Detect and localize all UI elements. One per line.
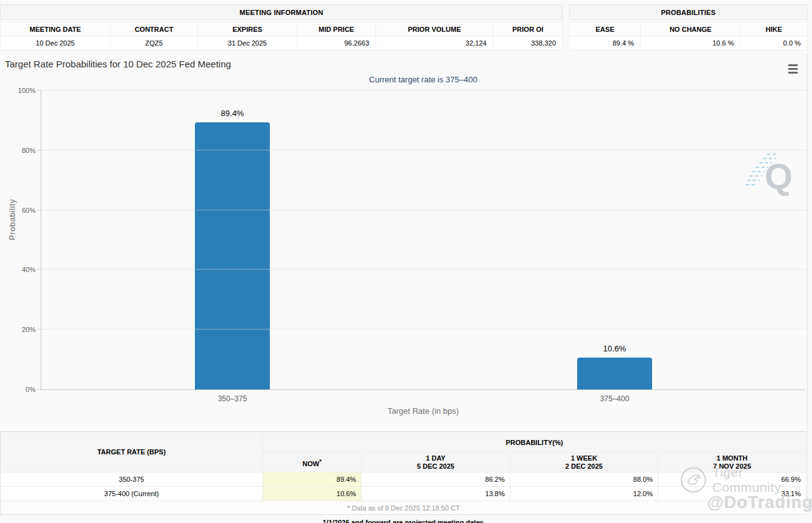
bar-rect-350-375[interactable] (195, 122, 270, 389)
chart-subtitle: Current target rate is 375–400 (41, 75, 806, 84)
gridline-100% (41, 90, 806, 90)
projected-meeting-dates-note: 1/1/2026 and forward are projected meeti… (0, 515, 806, 523)
y-tick-label: 0% (26, 386, 36, 393)
y-tickmark (37, 210, 41, 210)
summary-tables-row: MEETING INFORMATION MEETING DATE CONTRAC… (0, 0, 812, 51)
chart-title: Target Rate Probabilities for 10 Dec 202… (5, 59, 231, 69)
gridline-60% (41, 210, 806, 210)
day-375-400: 13.8% (362, 487, 510, 501)
y-tickmark (37, 329, 41, 330)
col-now: NOW* (263, 453, 362, 472)
week-350-375: 88.0% (510, 472, 658, 487)
x-tick-label: 375–400 (577, 394, 652, 403)
y-tickmark (37, 389, 41, 389)
col-1-day: 1 DAY 5 DEC 2025 (362, 453, 510, 472)
meeting-information-header-row: MEETING DATE CONTRACT EXPIRES MID PRICE … (0, 22, 563, 36)
y-tick-label: 60% (22, 207, 36, 214)
col-contract: CONTRACT (111, 22, 198, 36)
day-350-375: 86.2% (362, 472, 510, 487)
bar-rect-375-400[interactable] (577, 358, 652, 389)
probability-group-header: PROBABILITY(%) (263, 432, 806, 453)
col-1-month: 1 MONTH 7 NOV 2025 (658, 453, 806, 472)
right-edge-divider (807, 53, 808, 512)
ease-value: 89.4 % (569, 36, 641, 50)
y-tick-label: 80% (22, 147, 36, 154)
col-meeting-date: MEETING DATE (0, 22, 111, 36)
now-label: NOW (302, 459, 319, 467)
y-tick-label: 100% (18, 87, 36, 94)
y-axis-title: Probability (7, 199, 17, 240)
gridline-80% (41, 150, 806, 150)
col-no-change: NO CHANGE (641, 22, 741, 36)
meeting-date-value: 10 Dec 2025 (0, 36, 111, 50)
target-rate-bps-header: TARGET RATE (BPS) (1, 432, 263, 472)
prior-volume-value: 32,124 (376, 36, 493, 50)
meeting-information-title: MEETING INFORMATION (0, 4, 563, 20)
x-axis-title: Target Rate (in bps) (41, 406, 806, 416)
meeting-information-table: MEETING INFORMATION MEETING DATE CONTRAC… (0, 4, 563, 51)
probabilities-value-row: 89.4 % 10.6 % 0.0 % (569, 36, 808, 51)
no-change-value: 10.6 % (641, 36, 741, 50)
week-375-400: 12.0% (510, 487, 658, 501)
bar-350-375[interactable]: 89.4% 350–375 (195, 90, 270, 389)
now-350-375: 89.4% (263, 472, 362, 487)
y-tick-label: 20% (22, 326, 36, 333)
rate-350-375: 350-375 (1, 472, 263, 487)
probabilities-header-row: EASE NO CHANGE HIKE (569, 22, 808, 36)
col-prior-oi: PRIOR OI (493, 22, 563, 36)
meeting-information-value-row: 10 Dec 2025 ZQZ5 31 Dec 2025 96.2663 32,… (0, 36, 563, 51)
col-1-week: 1 WEEK 2 DEC 2025 (510, 453, 658, 472)
y-tickmark (37, 269, 41, 270)
target-rate-chart: Target Rate Probabilities for 10 Dec 202… (0, 56, 812, 431)
month-350-375: 66.9% (658, 472, 806, 487)
bar-value-label: 10.6% (577, 344, 652, 353)
bar-375-400[interactable]: 10.6% 375–400 (577, 90, 652, 389)
prior-oi-value: 338,320 (493, 36, 563, 50)
col-hike: HIKE (741, 22, 808, 36)
contract-value: ZQZ5 (111, 36, 198, 50)
rate-375-400-current: 375-400 (Current) (1, 487, 263, 501)
data-as-of-footnote: * Data as of 9 Dec 2025 12:18:50 CT (1, 501, 806, 514)
col-prior-volume: PRIOR VOLUME (376, 22, 493, 36)
bar-value-label: 89.4% (195, 109, 270, 118)
col-mid-price: MID PRICE (297, 22, 376, 36)
x-tick-label: 350–375 (195, 394, 270, 403)
now-375-400: 10.6% (263, 487, 362, 501)
month-375-400: 33.1% (658, 487, 806, 501)
now-footnote-marker: * (319, 458, 322, 464)
gridline-40% (41, 269, 806, 270)
chart-context-menu-icon[interactable] (785, 62, 800, 76)
col-expires: EXPIRES (198, 22, 297, 36)
hike-value: 0.0 % (741, 36, 808, 50)
expires-value: 31 Dec 2025 (198, 36, 297, 50)
col-ease: EASE (569, 22, 641, 36)
y-tick-label: 40% (22, 266, 36, 273)
probabilities-table: PROBABILITIES EASE NO CHANGE HIKE 89.4 %… (569, 4, 808, 51)
y-tickmark (37, 150, 41, 150)
probabilities-title: PROBABILITIES (569, 4, 808, 20)
y-tickmark (37, 90, 41, 90)
plot-area: 89.4% 350–375 10.6% 375–400 0%20%40%60%8… (41, 90, 806, 390)
mid-price-value: 96.2663 (297, 36, 376, 50)
probability-history-table: TARGET RATE (BPS) PROBABILITY(%) NOW* 1 … (0, 431, 806, 515)
gridline-20% (41, 329, 806, 330)
